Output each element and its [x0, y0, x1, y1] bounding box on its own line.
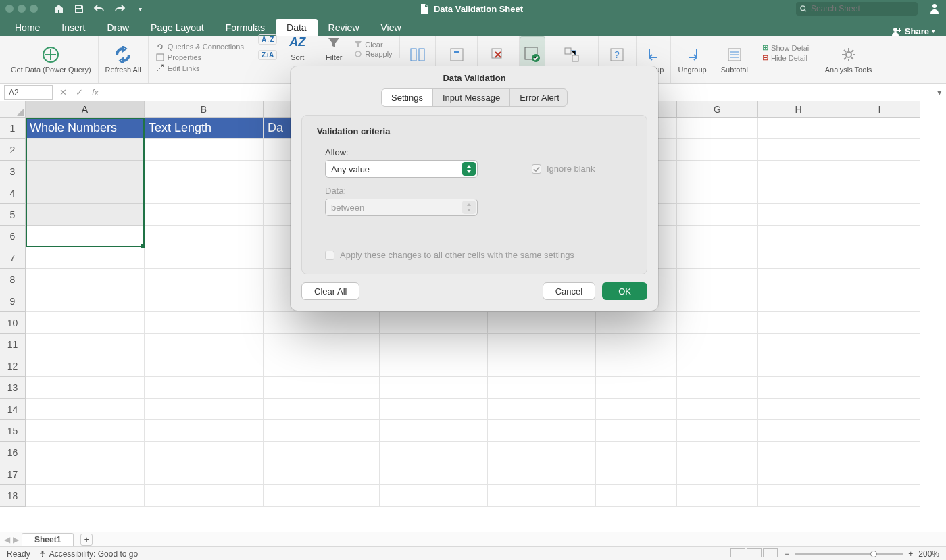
cell-E1[interactable] — [488, 118, 596, 139]
cell-H10[interactable] — [758, 312, 839, 334]
row-header-5[interactable]: 5 — [0, 204, 26, 226]
cell-A16[interactable] — [26, 442, 145, 463]
cell-I14[interactable] — [839, 399, 920, 420]
row-header-15[interactable]: 15 — [0, 420, 26, 442]
cell-E17[interactable] — [488, 463, 596, 485]
qat-more-icon[interactable]: ▾ — [134, 3, 146, 15]
cell-B17[interactable] — [145, 463, 264, 485]
cell-A12[interactable] — [26, 355, 145, 377]
cell-C12[interactable] — [264, 355, 380, 377]
cell-A18[interactable] — [26, 485, 145, 507]
cell-C18[interactable] — [264, 485, 380, 507]
cell-F11[interactable] — [596, 334, 677, 355]
cell-G13[interactable] — [677, 377, 758, 399]
cell-D16[interactable] — [380, 442, 488, 463]
cell-C1[interactable]: Da — [264, 118, 380, 139]
cell-B6[interactable] — [145, 226, 264, 247]
cell-I18[interactable] — [839, 485, 920, 507]
cell-D13[interactable] — [380, 377, 488, 399]
cell-F10[interactable] — [596, 312, 677, 334]
cell-G9[interactable] — [677, 290, 758, 312]
queries-connections-button[interactable]: Queries & Connections — [155, 42, 244, 51]
cell-G8[interactable] — [677, 269, 758, 290]
cell-A5[interactable] — [26, 204, 145, 226]
cell-I17[interactable] — [839, 463, 920, 485]
expand-formula-icon[interactable]: ▾ — [932, 87, 946, 97]
cell-H9[interactable] — [758, 290, 839, 312]
cell-H6[interactable] — [758, 226, 839, 247]
row-header-10[interactable]: 10 — [0, 312, 26, 334]
cell-E18[interactable] — [488, 485, 596, 507]
cell-B4[interactable] — [145, 182, 264, 204]
cell-C16[interactable] — [264, 442, 380, 463]
cell-E2[interactable] — [488, 139, 596, 161]
cell-A17[interactable] — [26, 463, 145, 485]
cell-B15[interactable] — [145, 420, 264, 442]
cell-H15[interactable] — [758, 420, 839, 442]
spreadsheet-grid[interactable]: ABCDEFGHI 123456789101112131415161718 Wh… — [0, 101, 946, 532]
cell-A9[interactable] — [26, 290, 145, 312]
col-header-A[interactable]: A — [26, 101, 145, 118]
cell-B7[interactable] — [145, 247, 264, 269]
hide-detail-button[interactable]: ⊟Hide Detail — [762, 53, 811, 62]
cell-C3[interactable] — [264, 161, 380, 182]
formula-input[interactable] — [101, 85, 932, 100]
cell-B14[interactable] — [145, 399, 264, 420]
cell-B18[interactable] — [145, 485, 264, 507]
cell-E16[interactable] — [488, 442, 596, 463]
row-header-18[interactable]: 18 — [0, 485, 26, 507]
tab-view[interactable]: View — [370, 19, 412, 36]
sheet-tab-sheet1[interactable]: Sheet1 — [22, 533, 74, 546]
cell-A7[interactable] — [26, 247, 145, 269]
zoom-out-button[interactable]: − — [785, 549, 789, 559]
cell-C17[interactable] — [264, 463, 380, 485]
row-header-12[interactable]: 12 — [0, 355, 26, 377]
cell-F2[interactable] — [596, 139, 677, 161]
fx-icon[interactable]: fx — [89, 87, 101, 97]
cell-C9[interactable] — [264, 290, 380, 312]
cell-F6[interactable] — [596, 226, 677, 247]
cell-A6[interactable] — [26, 226, 145, 247]
cell-A14[interactable] — [26, 399, 145, 420]
cell-H18[interactable] — [758, 485, 839, 507]
cell-H13[interactable] — [758, 377, 839, 399]
minimize-dot[interactable] — [18, 5, 26, 13]
cell-I12[interactable] — [839, 355, 920, 377]
cell-I8[interactable] — [839, 269, 920, 290]
cell-I1[interactable] — [839, 118, 920, 139]
flash-fill-button[interactable]: Flash-fill — [436, 36, 478, 83]
row-header-4[interactable]: 4 — [0, 182, 26, 204]
cell-B10[interactable] — [145, 312, 264, 334]
cell-F7[interactable] — [596, 247, 677, 269]
cell-I5[interactable] — [839, 204, 920, 226]
cell-C2[interactable] — [264, 139, 380, 161]
cell-E7[interactable] — [488, 247, 596, 269]
cell-G11[interactable] — [677, 334, 758, 355]
tab-page-layout[interactable]: Page Layout — [140, 19, 215, 36]
cell-H14[interactable] — [758, 399, 839, 420]
cell-I3[interactable] — [839, 161, 920, 182]
cell-G1[interactable] — [677, 118, 758, 139]
cell-D3[interactable] — [380, 161, 488, 182]
status-accessibility[interactable]: Accessibility: Good to go — [39, 549, 138, 559]
cell-E12[interactable] — [488, 355, 596, 377]
cell-C11[interactable] — [264, 334, 380, 355]
cell-G12[interactable] — [677, 355, 758, 377]
cell-G2[interactable] — [677, 139, 758, 161]
cell-I2[interactable] — [839, 139, 920, 161]
cell-G14[interactable] — [677, 399, 758, 420]
cell-I9[interactable] — [839, 290, 920, 312]
cell-D6[interactable] — [380, 226, 488, 247]
cell-D2[interactable] — [380, 139, 488, 161]
cell-E4[interactable] — [488, 182, 596, 204]
cell-F18[interactable] — [596, 485, 677, 507]
ungroup-button[interactable]: Ungroup — [671, 36, 714, 83]
col-header-H[interactable]: H — [758, 101, 839, 118]
cell-G15[interactable] — [677, 420, 758, 442]
cell-F13[interactable] — [596, 377, 677, 399]
cell-G4[interactable] — [677, 182, 758, 204]
edit-links-button[interactable]: Edit Links — [155, 63, 244, 73]
home-icon[interactable] — [53, 3, 65, 15]
cell-F9[interactable] — [596, 290, 677, 312]
accept-formula-icon[interactable]: ✓ — [73, 87, 85, 97]
